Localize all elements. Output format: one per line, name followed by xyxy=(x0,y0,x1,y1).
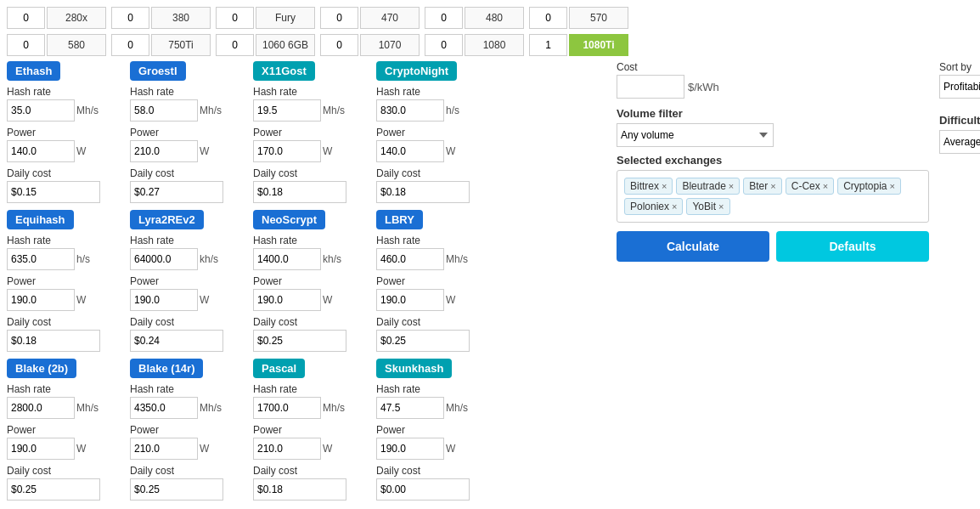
power-unit: W xyxy=(200,443,209,455)
daily-cost-label: Daily cost xyxy=(376,167,491,179)
power-input[interactable] xyxy=(253,438,321,460)
algo-button[interactable]: X11Gost xyxy=(253,61,315,81)
power-input[interactable] xyxy=(7,140,75,162)
power-unit: W xyxy=(200,145,209,157)
defaults-button[interactable]: Defaults xyxy=(776,231,929,262)
power-unit: W xyxy=(76,145,86,157)
exchange-remove-icon[interactable]: × xyxy=(729,181,734,191)
power-input[interactable] xyxy=(130,438,198,460)
hash-rate-input[interactable] xyxy=(253,248,321,270)
sort-select[interactable]: Profitability 24hProfitability 1hCoin na… xyxy=(939,75,980,99)
gpu-count-input[interactable] xyxy=(320,34,358,56)
hash-rate-input[interactable] xyxy=(376,99,444,122)
daily-cost-input[interactable] xyxy=(130,330,223,352)
exchange-name: YoBit xyxy=(692,201,716,212)
algo-button[interactable]: Blake (14r) xyxy=(130,359,203,378)
power-input[interactable] xyxy=(130,140,198,162)
hash-rate-row: h/s xyxy=(7,248,121,270)
algo-button[interactable]: NeoScrypt xyxy=(253,210,325,229)
hash-rate-input[interactable] xyxy=(130,248,198,270)
exchange-remove-icon[interactable]: × xyxy=(718,201,724,212)
gpu-count-input[interactable] xyxy=(425,7,463,29)
daily-cost-input[interactable] xyxy=(376,181,470,203)
hash-rate-input[interactable] xyxy=(376,397,444,419)
power-input[interactable] xyxy=(253,289,321,311)
power-input[interactable] xyxy=(376,140,444,162)
volume-select[interactable]: Any volumeHigh volumeMedium volume xyxy=(617,123,774,147)
gpu-count-input[interactable] xyxy=(529,34,567,56)
cost-input[interactable]: 0.14 xyxy=(617,75,684,99)
hash-rate-input[interactable] xyxy=(253,99,321,122)
exchange-tag[interactable]: Poloniex× xyxy=(624,198,683,215)
daily-cost-input[interactable] xyxy=(7,478,100,501)
hash-rate-input[interactable] xyxy=(7,248,75,270)
algo-button[interactable]: Pascal xyxy=(253,359,305,378)
exchange-tag[interactable]: YoBit× xyxy=(686,198,729,215)
hash-rate-input[interactable] xyxy=(7,397,75,419)
gpu-count-input[interactable] xyxy=(529,7,567,29)
gpu-count-input[interactable] xyxy=(7,7,45,29)
exchange-remove-icon[interactable]: × xyxy=(672,201,677,212)
gpu-name-label: 380 xyxy=(151,7,211,29)
hash-rate-input[interactable] xyxy=(7,99,75,122)
gpu-count-input[interactable] xyxy=(7,34,45,56)
exchange-remove-icon[interactable]: × xyxy=(823,181,828,191)
algo-button[interactable]: Blake (2b) xyxy=(7,359,76,378)
algo-button[interactable]: CryptoNight xyxy=(376,61,457,81)
daily-cost-input[interactable] xyxy=(7,181,100,203)
power-input[interactable] xyxy=(130,289,198,311)
gpu-unit: 580 xyxy=(7,34,106,56)
gpu-count-input[interactable] xyxy=(111,34,149,56)
exchange-tag[interactable]: C-Cex× xyxy=(786,178,834,195)
daily-cost-input[interactable] xyxy=(253,181,346,203)
gpu-count-input[interactable] xyxy=(425,34,463,56)
hash-rate-input[interactable] xyxy=(130,397,198,419)
exchange-remove-icon[interactable]: × xyxy=(890,181,895,191)
hash-rate-label: Hash rate xyxy=(253,86,368,98)
power-input[interactable] xyxy=(253,140,321,162)
gpu-count-input[interactable] xyxy=(216,7,254,29)
power-input[interactable] xyxy=(7,438,75,460)
algo-button[interactable]: Ethash xyxy=(7,61,60,81)
gpu-unit: 1060 6GB xyxy=(216,34,315,56)
power-input[interactable] xyxy=(7,289,75,311)
hash-rate-input[interactable] xyxy=(130,99,198,122)
daily-cost-input[interactable] xyxy=(376,330,470,352)
power-input[interactable] xyxy=(376,289,444,311)
exchange-tag[interactable]: Bter× xyxy=(743,178,781,195)
power-row: W xyxy=(376,438,491,460)
daily-cost-input[interactable] xyxy=(253,478,346,501)
difficulty-select[interactable]: Average last 24hCurrentAverage last 1h xyxy=(939,130,980,154)
hash-rate-row: kh/s xyxy=(253,248,368,270)
daily-cost-input[interactable] xyxy=(130,181,223,203)
algo-button[interactable]: Lyra2REv2 xyxy=(130,210,204,229)
gpu-count-input[interactable] xyxy=(320,7,358,29)
daily-cost-input[interactable] xyxy=(130,478,223,501)
hash-rate-input[interactable] xyxy=(253,397,321,419)
hash-rate-label: Hash rate xyxy=(130,383,245,395)
power-input[interactable] xyxy=(376,438,444,460)
algo-grid: EthashHash rateMh/sPowerWDaily costGroes… xyxy=(7,61,610,501)
daily-cost-input[interactable] xyxy=(253,330,346,352)
exchange-remove-icon[interactable]: × xyxy=(662,181,667,191)
exchange-tag[interactable]: Bleutrade× xyxy=(676,178,740,195)
gpu-count-input[interactable] xyxy=(216,34,254,56)
daily-cost-label: Daily cost xyxy=(7,465,121,477)
algo-button[interactable]: GroestI xyxy=(130,61,186,81)
exchange-tag[interactable]: Bittrex× xyxy=(624,178,673,195)
algo-button[interactable]: Equihash xyxy=(7,210,74,229)
power-row: W xyxy=(130,438,245,460)
exchange-tag[interactable]: Cryptopia× xyxy=(837,178,901,195)
algo-button[interactable]: LBRY xyxy=(376,210,423,229)
daily-cost-input[interactable] xyxy=(376,478,470,501)
power-label: Power xyxy=(7,424,121,436)
hash-rate-input[interactable] xyxy=(376,248,444,270)
gpu-unit: 570 xyxy=(529,7,628,29)
calculate-button[interactable]: Calculate xyxy=(617,231,769,262)
gpu-count-input[interactable] xyxy=(111,7,149,29)
daily-cost-input[interactable] xyxy=(7,330,100,352)
hash-rate-row: h/s xyxy=(376,99,491,122)
algo-button[interactable]: Skunkhash xyxy=(376,359,452,378)
hash-rate-unit: Mh/s xyxy=(200,105,222,116)
exchange-remove-icon[interactable]: × xyxy=(770,181,775,191)
